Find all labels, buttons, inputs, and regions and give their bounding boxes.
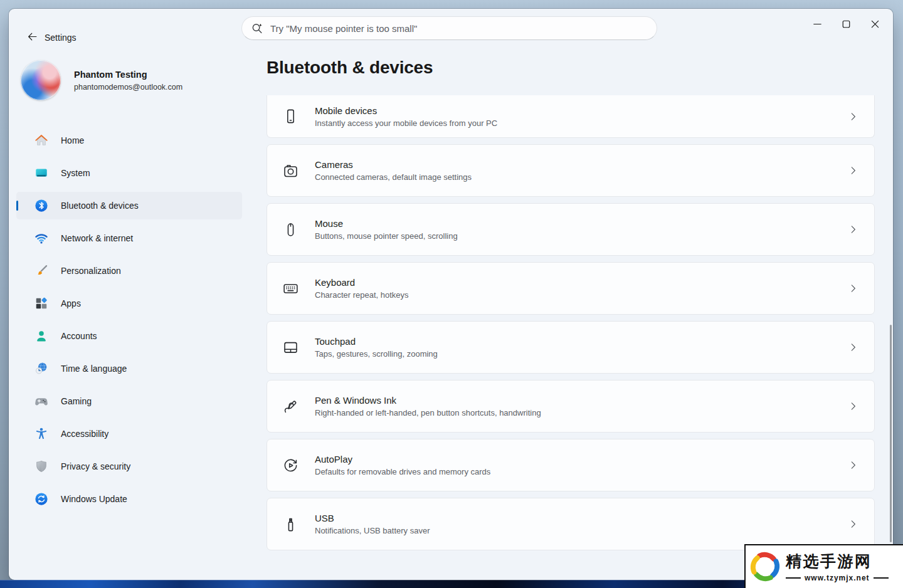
back-arrow-icon <box>27 31 38 44</box>
pen-icon <box>282 398 299 415</box>
mobile-devices-icon <box>282 108 299 125</box>
settings-card-usb[interactable]: USB Notifications, USB battery saver <box>267 498 875 550</box>
back-button[interactable] <box>21 27 43 48</box>
chevron-right-icon <box>847 283 859 295</box>
privacy-icon <box>34 459 48 473</box>
personalization-icon <box>34 264 48 278</box>
card-subtitle: Taps, gestures, scrolling, zooming <box>315 349 438 359</box>
apps-icon <box>34 297 48 310</box>
maximize-icon <box>840 18 853 33</box>
chevron-right-icon <box>847 110 859 122</box>
time-language-icon <box>34 362 48 375</box>
sidebar: Phantom Testing phantomodemos@outlook.co… <box>16 56 242 100</box>
card-subtitle: Buttons, mouse pointer speed, scrolling <box>315 231 458 241</box>
minimize-button[interactable] <box>803 14 832 36</box>
sidebar-item-gaming[interactable]: Gaming <box>16 387 242 415</box>
avatar <box>21 60 61 100</box>
cameras-icon <box>282 162 299 179</box>
chevron-right-icon <box>847 459 859 471</box>
sidebar-item-accounts[interactable]: Accounts <box>16 322 242 350</box>
chevron-right-icon <box>847 165 859 177</box>
settings-card-autoplay[interactable]: AutoPlay Defaults for removable drives a… <box>267 439 875 491</box>
sidebar-item-label: Apps <box>61 298 81 308</box>
close-icon <box>869 18 882 33</box>
profile-block[interactable]: Phantom Testing phantomodemos@outlook.co… <box>21 60 242 100</box>
card-title: Keyboard <box>315 277 409 288</box>
card-title: USB <box>315 513 430 523</box>
network-icon <box>34 231 48 245</box>
card-subtitle: Right-handed or left-handed, pen button … <box>315 408 541 417</box>
settings-card-cameras[interactable]: Cameras Connected cameras, default image… <box>267 144 875 197</box>
card-title: AutoPlay <box>315 454 490 465</box>
search-input[interactable] <box>270 23 648 34</box>
search-bar[interactable] <box>241 16 657 40</box>
watermark-title: 精选手游网 <box>786 551 889 572</box>
maximize-button[interactable] <box>832 14 860 36</box>
settings-card-pen-windows-ink[interactable]: Pen & Windows Ink Right-handed or left-h… <box>267 380 875 433</box>
settings-card-keyboard[interactable]: Keyboard Character repeat, hotkeys <box>267 262 875 315</box>
screen: { "window": { "title": "Settings", "cont… <box>0 0 903 588</box>
card-title: Mouse <box>315 218 458 229</box>
chevron-right-icon <box>847 518 859 530</box>
watermark-pinwheel-logo <box>747 549 783 584</box>
sidebar-item-bluetooth-devices[interactable]: Bluetooth & devices <box>16 192 242 219</box>
card-subtitle: Instantly access your mobile devices fro… <box>315 118 497 128</box>
watermark: 精选手游网 www.tzymjx.net <box>744 544 903 588</box>
sidebar-item-label: System <box>61 168 90 178</box>
watermark-url: www.tzymjx.net <box>805 574 870 582</box>
card-title: Cameras <box>315 159 472 170</box>
sidebar-item-system[interactable]: System <box>16 159 242 187</box>
chevron-right-icon <box>847 401 859 412</box>
sidebar-item-accessibility[interactable]: Accessibility <box>16 420 242 448</box>
close-button[interactable] <box>860 14 889 36</box>
window-controls <box>803 14 889 36</box>
sidebar-item-windows-update[interactable]: Windows Update <box>16 485 242 513</box>
sidebar-item-label: Personalization <box>61 266 121 276</box>
sidebar-item-time-language[interactable]: Time & language <box>16 355 242 382</box>
settings-card-mouse[interactable]: Mouse Buttons, mouse pointer speed, scro… <box>267 203 875 256</box>
settings-card-list: Mobile devices Instantly access your mob… <box>267 95 875 550</box>
chevron-right-icon <box>847 342 859 354</box>
window-title: Settings <box>45 33 77 43</box>
usb-icon <box>282 516 299 533</box>
card-title: Touchpad <box>315 336 438 347</box>
profile-email: phantomodemos@outlook.com <box>74 83 182 92</box>
settings-card-touchpad[interactable]: Touchpad Taps, gestures, scrolling, zoom… <box>267 321 875 374</box>
sidebar-item-label: Accessibility <box>61 429 108 439</box>
sidebar-item-apps[interactable]: Apps <box>16 290 242 317</box>
bluetooth-icon <box>34 199 48 213</box>
system-icon <box>34 166 48 180</box>
chevron-right-icon <box>847 224 859 236</box>
sidebar-item-label: Bluetooth & devices <box>61 201 139 211</box>
watermark-rule-right <box>874 577 889 579</box>
page-title: Bluetooth & devices <box>267 58 433 78</box>
sidebar-item-personalization[interactable]: Personalization <box>16 257 242 285</box>
settings-window: Settings Phantom Testing phantomodemos@o… <box>9 9 893 580</box>
sidebar-item-network-internet[interactable]: Network & internet <box>16 224 242 252</box>
card-title: Pen & Windows Ink <box>315 395 541 406</box>
selected-indicator <box>16 201 18 211</box>
scrollbar-thumb[interactable] <box>890 325 892 542</box>
card-subtitle: Defaults for removable drives and memory… <box>315 467 490 476</box>
sidebar-item-label: Windows Update <box>61 494 127 504</box>
keyboard-icon <box>282 280 299 297</box>
accessibility-icon <box>34 427 48 441</box>
search-icon <box>251 22 264 35</box>
sidebar-nav: Home System Bluetooth & devices Network … <box>16 127 242 518</box>
profile-name: Phantom Testing <box>74 70 182 80</box>
sidebar-item-label: Accounts <box>61 331 97 341</box>
sidebar-item-home[interactable]: Home <box>16 127 242 154</box>
minimize-icon <box>811 18 824 33</box>
sidebar-item-label: Network & internet <box>61 233 133 243</box>
gaming-icon <box>34 394 48 408</box>
card-subtitle: Character repeat, hotkeys <box>315 290 409 300</box>
card-subtitle: Connected cameras, default image setting… <box>315 172 472 182</box>
sidebar-item-label: Gaming <box>61 396 92 406</box>
watermark-rule-left <box>786 577 801 579</box>
home-icon <box>34 134 48 147</box>
settings-card-mobile-devices[interactable]: Mobile devices Instantly access your mob… <box>267 95 875 138</box>
sidebar-item-label: Time & language <box>61 364 127 374</box>
sidebar-item-privacy-security[interactable]: Privacy & security <box>16 453 242 480</box>
accounts-icon <box>34 329 48 343</box>
sidebar-item-label: Privacy & security <box>61 461 130 471</box>
